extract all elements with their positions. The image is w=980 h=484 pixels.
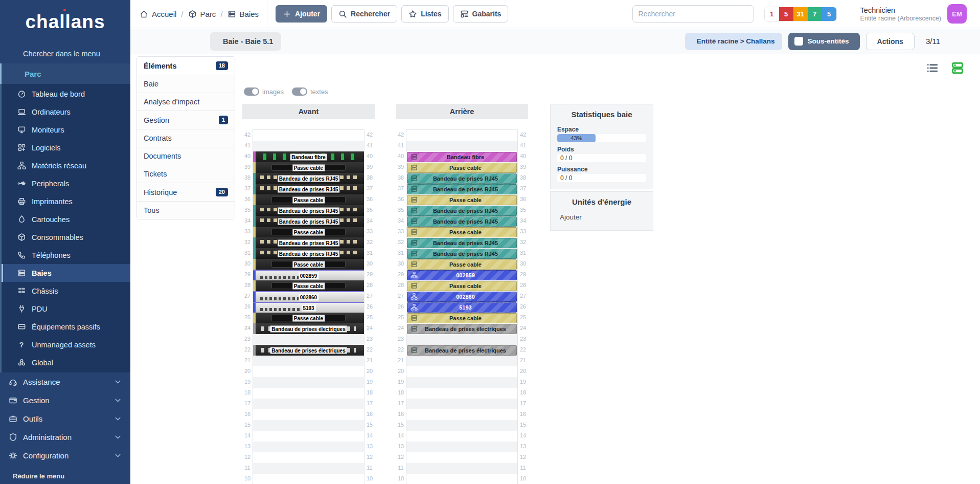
- rack-item-front-passe-cable[interactable]: Passe cable: [253, 227, 364, 237]
- rack-slot[interactable]: [406, 377, 517, 388]
- sidebar-menu-search[interactable]: Chercher dans le menu: [0, 44, 130, 63]
- add-energy-unit-button[interactable]: Ajouter: [557, 213, 646, 221]
- tab-analyse-d-impact[interactable]: Analyse d'impact: [137, 93, 235, 111]
- subentities-checkbox[interactable]: [794, 37, 803, 46]
- rack-view-icon[interactable]: [950, 61, 965, 75]
- sidebar-item-quipements-passifs[interactable]: Équipements passifs: [2, 318, 130, 336]
- rack-item-rear-bandeau-de-prises-rj45[interactable]: Bandeau de prises RJ45: [407, 238, 517, 248]
- rack-item-front-passe-cable[interactable]: Passe cable: [253, 313, 364, 323]
- rack-slot[interactable]: [253, 463, 364, 474]
- user-menu[interactable]: Technicien Entité racine (Arborescence) …: [860, 4, 973, 24]
- rack-slot[interactable]: [253, 420, 364, 431]
- rack-item-front-002859[interactable]: 002859: [253, 270, 364, 280]
- subentities-toggle[interactable]: Sous-entités: [788, 33, 860, 50]
- rack-slot[interactable]: [253, 366, 364, 377]
- sidebar-item-consommables[interactable]: Consommables: [2, 228, 130, 246]
- sidebar-item-baies[interactable]: Baies: [2, 264, 130, 282]
- rack-slot[interactable]: [406, 388, 517, 399]
- list-view-icon[interactable]: [926, 61, 939, 75]
- rack-slot[interactable]: [406, 356, 517, 366]
- rack-slot[interactable]: [406, 420, 517, 431]
- rack-item-front-passe-cable[interactable]: Passe cable: [253, 280, 364, 291]
- rack-item-rear-bandeau-de-prises-rj45[interactable]: Bandeau de prises RJ45: [407, 184, 517, 194]
- gabarits-button[interactable]: Gabarits: [453, 5, 509, 23]
- breadcrumb-baies[interactable]: Baies: [227, 10, 259, 18]
- rack-item-front-bandeau-de-prises-rj45[interactable]: Bandeau de prises RJ45: [253, 237, 364, 248]
- rack-item-rear-002860[interactable]: 002860: [407, 292, 517, 302]
- rack-slot[interactable]: [253, 130, 364, 141]
- rack-item-front-bandeau-de-prises-rj45[interactable]: Bandeau de prises RJ45: [253, 184, 364, 194]
- rack-item-rear-002859[interactable]: 002859: [407, 270, 517, 280]
- rack-item-front-bandeau-de-prises-rj45[interactable]: Bandeau de prises RJ45: [253, 173, 364, 184]
- rack-item-front-bandeau-de-prises-lectriques[interactable]: Bandeau de prises électriques: [253, 345, 364, 356]
- rack-slot[interactable]: [253, 356, 364, 366]
- breadcrumb-accueil[interactable]: Accueil: [140, 10, 176, 18]
- rack-slot[interactable]: [253, 377, 364, 388]
- current-item-tab[interactable]: Baie - Baie 5.1: [210, 32, 281, 51]
- rack-item-rear-bandeau-de-prises-lectriques[interactable]: Bandeau de prises électriques: [407, 324, 517, 334]
- sidebar-item-global[interactable]: Global: [2, 354, 130, 371]
- rack-slot[interactable]: [253, 442, 364, 452]
- rack-item-rear-bandeau-de-prises-rj45[interactable]: Bandeau de prises RJ45: [407, 173, 517, 184]
- sidebar-item-t-l-phones[interactable]: Téléphones: [2, 246, 130, 264]
- rack-slot[interactable]: [253, 452, 364, 463]
- rack-slot[interactable]: [253, 431, 364, 442]
- sidebar-section-gestion[interactable]: Gestion: [0, 391, 130, 409]
- rack-item-front-bandeau-fibre[interactable]: Bandeau fibre: [253, 151, 364, 162]
- tab-l-ments[interactable]: Éléments 18: [137, 57, 235, 75]
- rack-slot[interactable]: [406, 334, 517, 345]
- rack-item-front-bandeau-de-prises-rj45[interactable]: Bandeau de prises RJ45: [253, 248, 364, 259]
- toggle-switch-icon[interactable]: [244, 87, 259, 96]
- status-counter-4[interactable]: 7: [808, 7, 822, 21]
- status-counter-5[interactable]: 5: [822, 7, 836, 21]
- rack-slot[interactable]: [406, 431, 517, 442]
- rack-item-rear-5193[interactable]: 5193: [407, 302, 517, 313]
- sidebar-section-outils[interactable]: Outils: [0, 409, 130, 428]
- entity-badge[interactable]: Entité racine > Challans: [685, 33, 782, 50]
- sidebar-item-peripherals[interactable]: Peripherals: [2, 174, 130, 192]
- sidebar-item-ordinateurs[interactable]: Ordinateurs: [2, 103, 130, 121]
- rack-slot[interactable]: [406, 141, 517, 151]
- status-counter-3[interactable]: 31: [793, 7, 808, 21]
- rack-slot[interactable]: [253, 474, 364, 484]
- rack-item-rear-bandeau-de-prises-lectriques[interactable]: Bandeau de prises électriques: [407, 345, 517, 356]
- rack-slot[interactable]: [406, 366, 517, 377]
- rack-slot[interactable]: [406, 399, 517, 409]
- rack-item-front-bandeau-de-prises-lectriques[interactable]: Bandeau de prises électriques: [253, 323, 364, 334]
- status-counter-2[interactable]: 5: [779, 7, 793, 21]
- rechercher-button[interactable]: Rechercher: [331, 5, 397, 23]
- rack-item-rear-bandeau-de-prises-rj45[interactable]: Bandeau de prises RJ45: [407, 216, 517, 227]
- toggle-images[interactable]: images: [244, 87, 284, 96]
- rack-item-rear-passe-cable[interactable]: Passe cable: [407, 195, 517, 205]
- toggle-textes[interactable]: textes: [292, 87, 328, 96]
- rack-slot[interactable]: [253, 388, 364, 399]
- rack-item-front-002860[interactable]: 002860: [253, 291, 364, 302]
- tab-historique[interactable]: Historique 20: [137, 183, 235, 202]
- listes-button[interactable]: Listes: [401, 5, 448, 23]
- sidebar-section-administration[interactable]: Administration: [0, 428, 130, 446]
- toggle-switch-icon[interactable]: [292, 87, 307, 96]
- sidebar-item-tableau-de-bord[interactable]: Tableau de bord: [2, 85, 130, 103]
- ajouter-button[interactable]: Ajouter: [276, 5, 327, 23]
- rack-item-rear-passe-cable[interactable]: Passe cable: [407, 281, 517, 291]
- rack-slot[interactable]: [406, 474, 517, 484]
- rack-slot[interactable]: [406, 130, 517, 141]
- rack-item-front-5193[interactable]: 5193: [253, 302, 364, 313]
- sidebar-item-pdu[interactable]: PDU: [2, 300, 130, 318]
- brand-logo[interactable]: challans: [0, 0, 130, 44]
- sidebar-item-mat-riels-r-seau[interactable]: Matériels réseau: [2, 157, 130, 174]
- tab-gestion[interactable]: Gestion 1: [137, 111, 235, 129]
- sidebar-item-ch-ssis[interactable]: Châssis: [2, 282, 130, 300]
- sidebar-item-cartouches[interactable]: Cartouches: [2, 210, 130, 228]
- rack-slot[interactable]: [406, 442, 517, 452]
- rack-slot[interactable]: [253, 141, 364, 151]
- avatar[interactable]: EM: [947, 4, 967, 24]
- rack-slot[interactable]: [253, 334, 364, 345]
- rack-item-front-bandeau-de-prises-rj45[interactable]: Bandeau de prises RJ45: [253, 205, 364, 216]
- sidebar-section-assistance[interactable]: Assistance: [0, 372, 130, 391]
- rack-slot[interactable]: [406, 463, 517, 474]
- rack-item-front-bandeau-de-prises-rj45[interactable]: Bandeau de prises RJ45: [253, 216, 364, 227]
- global-search-input[interactable]: [632, 5, 754, 23]
- tab-contrats[interactable]: Contrats: [137, 129, 235, 147]
- tab-tickets[interactable]: Tickets: [137, 165, 235, 183]
